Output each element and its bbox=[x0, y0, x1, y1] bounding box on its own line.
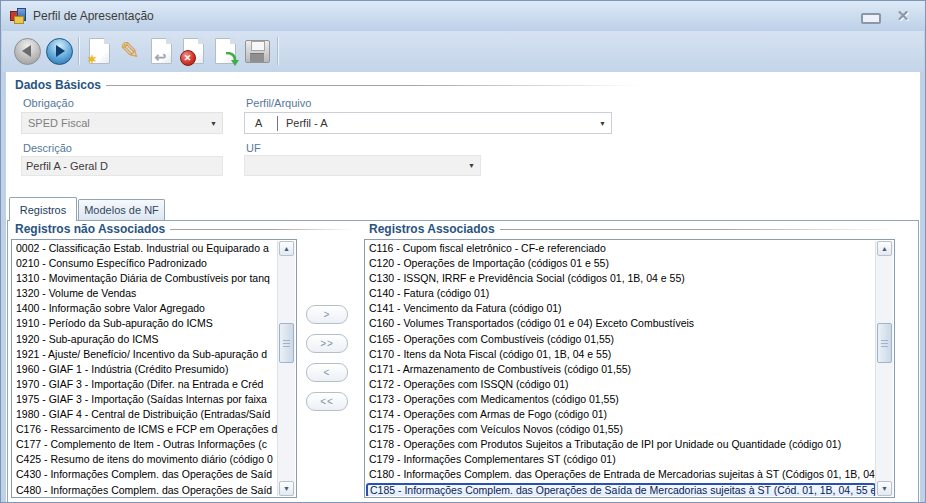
perfil-code-value: A bbox=[255, 117, 277, 129]
green-arrow-icon bbox=[224, 52, 240, 67]
delete-x-icon: ✕ bbox=[180, 50, 196, 66]
tab-label: Modelos de NF bbox=[84, 204, 159, 216]
delete-document-icon: ✕ bbox=[183, 38, 204, 64]
associated-listbox[interactable]: C116 - Cupom fiscal eletrônico - CF-e re… bbox=[364, 239, 895, 498]
descricao-input[interactable]: Perfil A - Geral D bbox=[21, 156, 223, 176]
obrigacao-combobox[interactable]: SPED Fiscal ▼ bbox=[21, 112, 223, 134]
list-item[interactable]: C177 - Complemento de Item - Outras Info… bbox=[13, 437, 278, 452]
list-item[interactable]: C140 - Fatura (código 01) bbox=[366, 286, 876, 301]
forward-button[interactable] bbox=[45, 37, 73, 65]
delete-record-button[interactable]: ✕ bbox=[179, 37, 207, 65]
list-item[interactable]: C178 - Operações com Produtos Sujeitos a… bbox=[366, 437, 876, 452]
list-item[interactable]: 1320 - Volume de Vendas bbox=[13, 286, 278, 301]
title-bar[interactable]: Perfil de Apresentação ✕ bbox=[1, 1, 925, 31]
dados-basicos-group: Dados Básicos bbox=[15, 78, 641, 92]
save-button[interactable] bbox=[243, 37, 271, 65]
back-button[interactable] bbox=[13, 37, 41, 65]
uf-label: UF bbox=[246, 142, 261, 154]
associated-scrollbar[interactable]: ▲ ▼ bbox=[875, 241, 893, 496]
list-item[interactable]: C180 - Informações Complem. das Operaçõe… bbox=[366, 467, 876, 482]
list-item[interactable]: C430 - Informações Complem. das Operaçõe… bbox=[13, 467, 278, 482]
scroll-thumb[interactable] bbox=[877, 323, 892, 363]
back-icon bbox=[14, 38, 41, 65]
app-window: Perfil de Apresentação ✕ ✶ ✎ ↩ ✕ bbox=[0, 0, 926, 503]
list-item[interactable]: C176 - Ressarcimento de ICMS e FCP em Op… bbox=[13, 422, 278, 437]
undo-arrow-icon: ↩ bbox=[155, 50, 167, 64]
perfil-arquivo-combobox[interactable]: A Perfil - A ▼ bbox=[244, 112, 612, 134]
floppy-shutter bbox=[251, 41, 265, 51]
new-record-button[interactable]: ✶ bbox=[85, 37, 113, 65]
obrigacao-label: Obrigação bbox=[23, 97, 74, 109]
obrigacao-value: SPED Fiscal bbox=[28, 117, 90, 129]
registros-associados-group: Registros Associados bbox=[369, 222, 894, 236]
scroll-down-icon[interactable]: ▼ bbox=[877, 481, 892, 496]
section-divider bbox=[106, 85, 641, 86]
list-item[interactable]: 1910 - Período da Sub-apuração do ICMS bbox=[13, 316, 278, 331]
perfil-arquivo-label: Perfil/Arquivo bbox=[246, 97, 311, 109]
dropdown-icon[interactable]: ▼ bbox=[594, 113, 611, 133]
undo-button[interactable]: ↩ bbox=[147, 37, 175, 65]
export-document-icon bbox=[215, 38, 236, 64]
perfil-value: Perfil - A bbox=[286, 117, 328, 129]
section-divider bbox=[170, 229, 353, 230]
close-icon[interactable]: ✕ bbox=[893, 6, 913, 26]
unassociated-title: Registros não Associados bbox=[15, 222, 165, 236]
descricao-label: Descrição bbox=[23, 142, 72, 154]
list-item[interactable]: C174 - Operações com Armas de Fogo (códi… bbox=[366, 407, 876, 422]
section-title: Dados Básicos bbox=[15, 78, 101, 92]
move-left-button[interactable]: < bbox=[306, 363, 348, 382]
window-title: Perfil de Apresentação bbox=[33, 9, 154, 23]
list-item[interactable]: C116 - Cupom fiscal eletrônico - CF-e re… bbox=[366, 241, 876, 256]
list-item[interactable]: 1975 - GIAF 3 - Importação (Saídas Inter… bbox=[13, 392, 278, 407]
list-item[interactable]: C172 - Operações com ISSQN (código 01) bbox=[366, 377, 876, 392]
save-and-new-button[interactable] bbox=[211, 37, 239, 65]
list-item[interactable]: C175 - Operações com Veículos Novos (cód… bbox=[366, 422, 876, 437]
list-item[interactable]: C130 - ISSQN, IRRF e Previdência Social … bbox=[366, 271, 876, 286]
move-all-left-button[interactable]: << bbox=[306, 392, 348, 411]
edit-record-button[interactable]: ✎ bbox=[116, 37, 144, 65]
toolbar: ✶ ✎ ↩ ✕ bbox=[2, 31, 924, 72]
pencil-icon: ✎ bbox=[120, 39, 140, 63]
move-all-right-button[interactable]: >> bbox=[306, 334, 348, 353]
list-item[interactable]: 0210 - Consumo Específico Padronizado bbox=[13, 256, 278, 271]
dropdown-icon[interactable]: ▼ bbox=[463, 156, 480, 175]
unassociated-items: 0002 - Classificação Estab. Industrial o… bbox=[13, 241, 278, 496]
unassociated-scrollbar[interactable]: ▲ ▼ bbox=[277, 241, 295, 496]
scroll-thumb[interactable] bbox=[279, 323, 294, 363]
tab-label: Registros bbox=[20, 204, 66, 216]
scroll-up-icon[interactable]: ▲ bbox=[877, 241, 892, 256]
tab-modelos-nf[interactable]: Modelos de NF bbox=[78, 199, 165, 220]
move-right-button[interactable]: > bbox=[306, 305, 348, 324]
list-item[interactable]: 1960 - GIAF 1 - Indústria (Crédito Presu… bbox=[13, 362, 278, 377]
tab-registros[interactable]: Registros bbox=[9, 197, 77, 221]
toolbar-separator bbox=[277, 37, 279, 65]
dropdown-icon[interactable]: ▼ bbox=[205, 113, 222, 133]
sparkle-icon: ✶ bbox=[87, 53, 98, 66]
list-item[interactable]: 1921 - Ajuste/ Benefício/ Incentivo da S… bbox=[13, 347, 278, 362]
list-item[interactable]: C173 - Operações com Medicamentos (códig… bbox=[366, 392, 876, 407]
list-item[interactable]: 1310 - Movimentação Diária de Combustíve… bbox=[13, 271, 278, 286]
scroll-up-icon[interactable]: ▲ bbox=[279, 241, 294, 256]
list-item[interactable]: C179 - Informações Complementares ST (có… bbox=[366, 452, 876, 467]
list-item[interactable]: 1980 - GIAF 4 - Central de Distribuição … bbox=[13, 407, 278, 422]
list-item[interactable]: 1920 - Sub-apuração do ICMS bbox=[13, 332, 278, 347]
descricao-value: Perfil A - Geral D bbox=[26, 160, 108, 172]
list-item[interactable]: 1400 - Informação sobre Valor Agregado bbox=[13, 301, 278, 316]
list-item[interactable]: 0002 - Classificação Estab. Industrial o… bbox=[13, 241, 278, 256]
list-item[interactable]: 1970 - GIAF 3 - Importação (Difer. na En… bbox=[13, 377, 278, 392]
scroll-down-icon[interactable]: ▼ bbox=[279, 481, 294, 496]
floppy-label bbox=[250, 53, 264, 62]
list-item-selected[interactable]: C185 - Informações Complem. das Operaçõe… bbox=[366, 483, 876, 497]
list-item[interactable]: C160 - Volumes Transportados (código 01 … bbox=[366, 316, 876, 331]
list-item[interactable]: C480 - Informações Complem. das Operaçõe… bbox=[13, 483, 278, 497]
list-item[interactable]: C170 - Itens da Nota Fiscal (código 01, … bbox=[366, 347, 876, 362]
list-item[interactable]: C141 - Vencimento da Fatura (código 01) bbox=[366, 301, 876, 316]
list-item[interactable]: C425 - Resumo de itens do movimento diár… bbox=[13, 452, 278, 467]
minimize-icon[interactable] bbox=[861, 13, 881, 24]
unassociated-listbox[interactable]: 0002 - Classificação Estab. Industrial o… bbox=[11, 239, 297, 498]
list-item[interactable]: C171 - Armazenamento de Combustíveis (có… bbox=[366, 362, 876, 377]
uf-combobox[interactable]: ▼ bbox=[244, 155, 481, 176]
list-item[interactable]: C165 - Operações com Combustíveis (códig… bbox=[366, 332, 876, 347]
app-icon bbox=[10, 8, 26, 24]
list-item[interactable]: C120 - Operações de Importação (códigos … bbox=[366, 256, 876, 271]
